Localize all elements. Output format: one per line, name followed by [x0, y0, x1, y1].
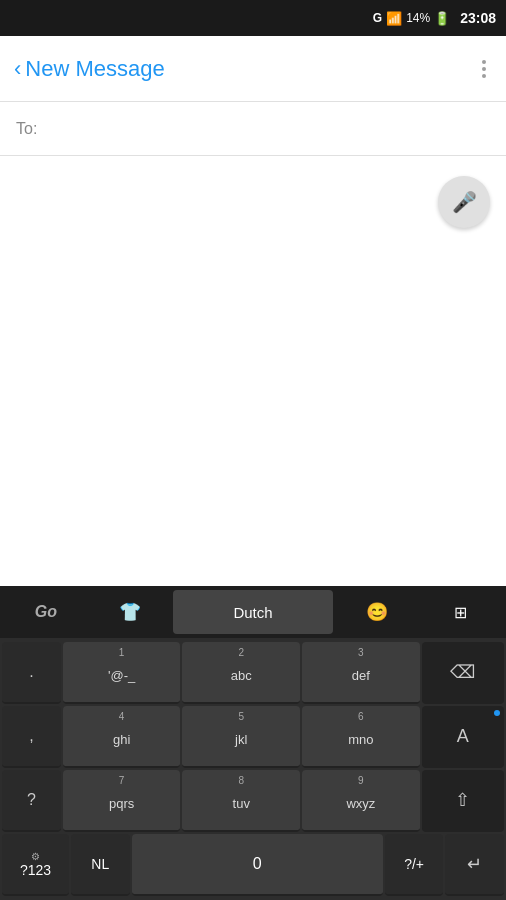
network-type-icon: G — [373, 11, 382, 25]
to-input[interactable] — [45, 120, 490, 138]
key-row-2: , 4 ghi 5 jkl 6 mno A — [2, 706, 504, 768]
key-3[interactable]: 3 def — [302, 642, 420, 704]
sym-label: ?123 — [20, 862, 51, 878]
key-row-4: ⚙ ?123 NL 0 ?/+ ↵ — [2, 834, 504, 896]
special-chars-button[interactable]: ?/+ — [385, 834, 444, 896]
menu-dot — [482, 74, 486, 78]
grid-icon: ⊞ — [454, 603, 467, 622]
shirt-icon: 👕 — [119, 601, 141, 623]
settings-sym-button[interactable]: ⚙ ?123 — [2, 834, 69, 896]
key-4[interactable]: 4 ghi — [63, 706, 181, 768]
menu-dot — [482, 67, 486, 71]
app-header: ‹ New Message — [0, 36, 506, 102]
shift-button[interactable]: ⇧ — [422, 770, 504, 832]
to-label: To: — [16, 120, 37, 138]
font-button[interactable]: A — [422, 706, 504, 768]
go-label: Go — [35, 603, 57, 621]
nl-label: NL — [91, 856, 109, 872]
key-row-3: ? 7 pqrs 8 tuv 9 wxyz ⇧ — [2, 770, 504, 832]
battery-percent: 14% — [406, 11, 430, 25]
nl-button[interactable]: NL — [71, 834, 130, 896]
font-icon: A — [457, 726, 469, 747]
key-9[interactable]: 9 wxyz — [302, 770, 420, 832]
key-8[interactable]: 8 tuv — [182, 770, 300, 832]
backspace-button[interactable]: ⌫ — [422, 642, 504, 704]
language-button[interactable]: Dutch — [173, 590, 332, 634]
header-left: ‹ New Message — [14, 56, 165, 82]
status-bar: G 📶 14% 🔋 23:08 — [0, 0, 506, 36]
to-field-row: To: — [0, 102, 506, 156]
keyboard: Go 👕 Dutch 😊 ⊞ . 1 '@-_ 2 abc — [0, 586, 506, 900]
key-5[interactable]: 5 jkl — [182, 706, 300, 768]
page-title: New Message — [25, 56, 164, 82]
key-1[interactable]: 1 '@-_ — [63, 642, 181, 704]
key-period[interactable]: . — [2, 642, 61, 704]
overflow-menu-button[interactable] — [476, 56, 492, 82]
grid-button[interactable]: ⊞ — [420, 590, 500, 634]
backspace-icon: ⌫ — [450, 661, 475, 683]
space-key[interactable]: 0 — [132, 834, 383, 896]
key-6[interactable]: 6 mno — [302, 706, 420, 768]
status-icons: G 📶 14% 🔋 23:08 — [373, 10, 496, 26]
key-comma[interactable]: , — [2, 706, 61, 768]
enter-icon: ↵ — [467, 853, 482, 875]
shift-icon: ⇧ — [455, 789, 470, 811]
emoji-icon: 😊 — [366, 601, 388, 623]
keyboard-keys: . 1 '@-_ 2 abc 3 def ⌫ , 4 — [0, 638, 506, 900]
go-button[interactable]: Go — [6, 590, 86, 634]
keyboard-toolbar: Go 👕 Dutch 😊 ⊞ — [0, 586, 506, 638]
key-row-1: . 1 '@-_ 2 abc 3 def ⌫ — [2, 642, 504, 704]
mic-icon: 🎤 — [452, 190, 477, 214]
battery-icon: 🔋 — [434, 11, 450, 26]
key-question[interactable]: ? — [2, 770, 61, 832]
special-chars-label: ?/+ — [404, 856, 424, 872]
blue-dot — [494, 710, 500, 716]
status-time: 23:08 — [460, 10, 496, 26]
key-2[interactable]: 2 abc — [182, 642, 300, 704]
enter-button[interactable]: ↵ — [445, 834, 504, 896]
mic-button[interactable]: 🎤 — [438, 176, 490, 228]
key-7[interactable]: 7 pqrs — [63, 770, 181, 832]
signal-bars-icon: 📶 — [386, 11, 402, 26]
menu-dot — [482, 60, 486, 64]
zero-label: 0 — [253, 855, 262, 873]
shirt-button[interactable]: 👕 — [90, 590, 170, 634]
emoji-button[interactable]: 😊 — [337, 590, 417, 634]
back-button[interactable]: ‹ — [14, 56, 21, 82]
language-label: Dutch — [233, 604, 272, 621]
settings-icon: ⚙ — [31, 851, 40, 862]
message-area[interactable]: 🎤 — [0, 156, 506, 524]
